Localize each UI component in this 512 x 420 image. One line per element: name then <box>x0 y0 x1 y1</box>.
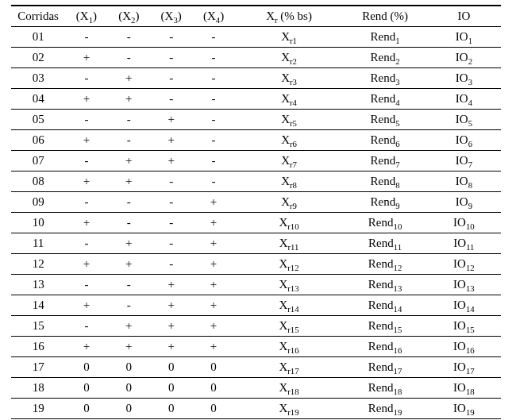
table-cell: + <box>65 89 107 110</box>
table-row: 06+-+-Xr6Rend6IO6 <box>11 130 501 151</box>
table-cell: 0 <box>150 357 192 378</box>
table-cell: 16 <box>11 337 65 357</box>
table-cell: Rend1 <box>343 27 427 48</box>
table-cell: - <box>108 48 150 68</box>
table-cell: Xr10 <box>235 213 344 233</box>
table-row: 09---+Xr9Rend9IO9 <box>11 192 501 213</box>
table-cell: - <box>192 89 234 110</box>
table-cell: 09 <box>11 192 65 213</box>
table-cell: - <box>150 171 192 192</box>
table-cell: - <box>150 254 192 275</box>
table-cell: + <box>108 68 150 89</box>
table-cell: 01 <box>11 27 65 48</box>
table-cell: IO10 <box>427 213 501 233</box>
table-cell: - <box>150 68 192 89</box>
table-cell: 02 <box>11 48 65 68</box>
table-cell: IO8 <box>427 171 501 192</box>
table-cell: Rend16 <box>343 337 427 357</box>
table-cell: 06 <box>11 130 65 151</box>
table-row: 08++--Xr8Rend8IO8 <box>11 171 501 192</box>
table-cell: - <box>108 27 150 48</box>
table-cell: + <box>65 295 107 316</box>
table-cell: 18 <box>11 378 65 399</box>
table-cell: Rend9 <box>343 192 427 213</box>
table-row: 180000Xr18Rend18IO18 <box>11 378 501 399</box>
table-cell: 14 <box>11 295 65 316</box>
table-cell: Xr19 <box>235 399 344 419</box>
table-cell: + <box>150 275 192 295</box>
table-cell: Rend8 <box>343 171 427 192</box>
table-cell: 0 <box>108 357 150 378</box>
table-cell: + <box>150 130 192 151</box>
table-cell: - <box>65 151 107 171</box>
table-cell: Xr9 <box>235 192 344 213</box>
table-cell: IO11 <box>427 233 501 254</box>
table-cell: 03 <box>11 68 65 89</box>
table-cell: Xr8 <box>235 171 344 192</box>
table-row: 11-+-+Xr11Rend11IO11 <box>11 233 501 254</box>
table-cell: Rend13 <box>343 275 427 295</box>
table-cell: IO9 <box>427 192 501 213</box>
table-cell: + <box>108 233 150 254</box>
table-body: 01----Xr1Rend1IO102+---Xr2Rend2IO203-+--… <box>11 27 501 421</box>
table-row: 13--++Xr13Rend13IO13 <box>11 275 501 295</box>
table-cell: - <box>192 68 234 89</box>
col-xr: Xr (% bs) <box>235 6 344 27</box>
header-row: Corridas (X1) (X2) (X3) (X4) Xr (% bs) R… <box>11 6 501 27</box>
table-cell: - <box>108 192 150 213</box>
table-cell: 13 <box>11 275 65 295</box>
table-cell: - <box>192 110 234 130</box>
table-cell: Rend11 <box>343 233 427 254</box>
table-cell: Rend15 <box>343 316 427 337</box>
table-cell: 05 <box>11 110 65 130</box>
table-cell: + <box>192 192 234 213</box>
table-cell: Xr13 <box>235 275 344 295</box>
table-cell: + <box>108 171 150 192</box>
table-row: 170000Xr17Rend17IO17 <box>11 357 501 378</box>
table-cell: - <box>150 213 192 233</box>
table-cell: 0 <box>192 378 234 399</box>
table-cell: - <box>65 27 107 48</box>
table-cell: 0 <box>65 378 107 399</box>
table-cell: + <box>65 48 107 68</box>
table-cell: IO18 <box>427 378 501 399</box>
table-cell: 0 <box>150 378 192 399</box>
table-cell: IO6 <box>427 130 501 151</box>
table-cell: - <box>192 130 234 151</box>
table-cell: Xr4 <box>235 89 344 110</box>
table-row: 02+---Xr2Rend2IO2 <box>11 48 501 68</box>
table-cell: 04 <box>11 89 65 110</box>
table-cell: Xr3 <box>235 68 344 89</box>
table-cell: - <box>108 130 150 151</box>
table-cell: - <box>150 233 192 254</box>
table-cell: - <box>192 27 234 48</box>
col-x2: (X2) <box>108 6 150 27</box>
table-cell: + <box>150 295 192 316</box>
table-cell: + <box>192 337 234 357</box>
table-cell: 15 <box>11 316 65 337</box>
table-cell: Rend3 <box>343 68 427 89</box>
table-cell: - <box>65 275 107 295</box>
table-cell: + <box>108 151 150 171</box>
table-cell: Rend14 <box>343 295 427 316</box>
table-row: 15-+++Xr15Rend15IO15 <box>11 316 501 337</box>
table-cell: IO19 <box>427 399 501 419</box>
col-corridas: Corridas <box>11 6 65 27</box>
table-cell: - <box>150 89 192 110</box>
table-cell: Xr11 <box>235 233 344 254</box>
table-cell: IO7 <box>427 151 501 171</box>
table-cell: - <box>192 48 234 68</box>
table-cell: 0 <box>150 399 192 419</box>
table-cell: Rend6 <box>343 130 427 151</box>
table-cell: Xr17 <box>235 357 344 378</box>
table-cell: + <box>65 337 107 357</box>
table-cell: + <box>192 275 234 295</box>
col-x4: (X4) <box>192 6 234 27</box>
table-cell: + <box>108 316 150 337</box>
table-cell: - <box>150 192 192 213</box>
table-row: 16++++Xr16Rend16IO16 <box>11 337 501 357</box>
table-cell: - <box>150 48 192 68</box>
table-cell: 0 <box>65 399 107 419</box>
table-cell: Xr2 <box>235 48 344 68</box>
table-cell: - <box>65 68 107 89</box>
